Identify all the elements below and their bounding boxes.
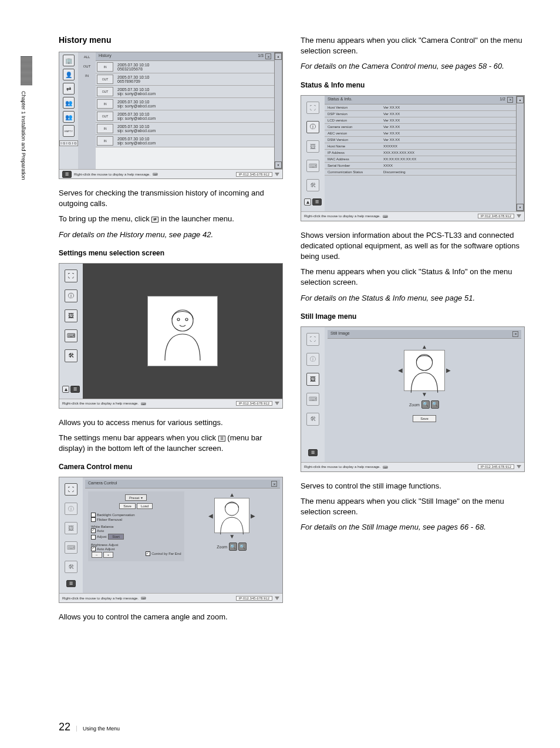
control-far-checkbox[interactable]	[146, 551, 150, 556]
brightness-minus[interactable]: −	[92, 552, 102, 558]
launcher-icon-empty[interactable]: EMPTY	[63, 125, 75, 137]
launcher-icon-3[interactable]: ⇄	[63, 83, 75, 95]
close-icon[interactable]: ✕	[507, 97, 513, 103]
keyboard-icon[interactable]: ⌨	[65, 541, 77, 554]
pan-left-icon[interactable]: ◀	[398, 367, 403, 373]
keyboard-icon[interactable]: ⌨	[306, 393, 319, 406]
camera-ref: For details on the Camera Control menu, …	[301, 61, 525, 72]
keyboard-icon: ⌨	[153, 172, 158, 176]
close-icon[interactable]: ✕	[265, 53, 271, 59]
filter-all[interactable]: ALL	[84, 55, 90, 59]
corner-icon	[517, 465, 521, 469]
camera-control-icon[interactable]: ⛶	[65, 269, 77, 282]
settings-icon[interactable]: 🛠	[65, 561, 77, 573]
menu-bar-icon[interactable]: ☰	[62, 171, 72, 178]
start-button[interactable]: Start	[108, 534, 124, 540]
pan-right-icon[interactable]: ▶	[446, 367, 451, 373]
ip-display: IP:012.345.678.912	[478, 214, 514, 218]
scrollbar[interactable]: ▲▼	[516, 96, 524, 211]
menu-bar-icon[interactable]: ☰	[70, 386, 80, 393]
ip-display: IP:012.345.678.912	[236, 401, 272, 406]
collapse-icon[interactable]: ▴	[304, 198, 311, 205]
zoom-in-icon[interactable]: 🔍	[431, 400, 439, 409]
keyboard-icon[interactable]: ⌨	[65, 329, 77, 342]
chapter-tab: Chapter 1 Installation and Preparation	[21, 56, 32, 180]
close-icon[interactable]: ✕	[271, 481, 277, 487]
page-info: 1/3	[258, 53, 264, 59]
camera-screenshot: ⛶ ⓘ 🖼 ⌨ 🛠 ☰ Camera Control✕ Preset ▾ Sav…	[59, 477, 283, 603]
scroll-down-icon: ▼	[517, 204, 524, 211]
zoom-out-icon[interactable]: 🔍	[229, 543, 237, 551]
scroll-up-icon: ▲	[517, 96, 524, 103]
status-info-icon[interactable]: ⓘ	[306, 121, 319, 133]
pan-left-icon[interactable]: ◀	[208, 513, 213, 519]
camera-control-icon[interactable]: ⛶	[306, 102, 319, 114]
still-heading: Still Image menu	[301, 312, 525, 321]
launcher-icon-4[interactable]: 👥	[63, 97, 75, 109]
launcher-icon-2[interactable]: 👤	[63, 69, 75, 80]
status-info-icon[interactable]: ⓘ	[306, 353, 319, 366]
settings-icon[interactable]: 🛠	[306, 179, 319, 191]
video-preview	[147, 296, 218, 366]
history-desc-1: Serves for checking the transmission his…	[59, 188, 283, 209]
collapse-icon[interactable]: ▴	[62, 386, 69, 393]
launcher-icon-1[interactable]: 🏢	[63, 55, 75, 66]
history-heading: History menu	[59, 35, 283, 45]
camera-control-icon[interactable]: ⛶	[306, 333, 319, 346]
close-icon[interactable]: ✕	[512, 331, 518, 337]
still-preview	[404, 350, 445, 391]
camera-control-icon[interactable]: ⛶	[65, 483, 77, 496]
still-image-icon[interactable]: 🖼	[306, 373, 319, 386]
filter-in[interactable]: IN	[85, 74, 89, 78]
still-desc-1: Serves to control the still image functi…	[301, 481, 525, 491]
help-text: Right-click the mouse to display a help …	[304, 214, 380, 218]
corner-icon	[517, 214, 521, 218]
preset-dropdown[interactable]: Preset ▾	[125, 494, 147, 501]
svg-point-1	[177, 318, 180, 321]
still-image-icon[interactable]: 🖼	[65, 309, 77, 322]
still-image-icon[interactable]: 🖼	[65, 522, 77, 534]
adjust-wb-checkbox[interactable]	[91, 535, 96, 540]
pan-down-icon[interactable]: ▼	[421, 391, 427, 397]
camera-preview	[214, 498, 249, 533]
status-info-icon[interactable]: ⓘ	[65, 503, 77, 515]
scrollbar[interactable]: ▲▼	[274, 52, 282, 169]
status-screenshot: ⛶ ⓘ 🖼 ⌨ 🛠 ▴☰ Status & Info.1/2✕ Host Ver…	[301, 95, 525, 221]
help-text: Right-click the mouse to display a help …	[62, 402, 139, 405]
brightness-plus[interactable]: +	[103, 552, 114, 558]
corner-icon	[275, 597, 279, 600]
history-inline-icon: ⇄	[151, 217, 158, 223]
keyboard-icon: ⌨	[383, 465, 388, 469]
launcher-icon-5[interactable]: 👥	[63, 111, 75, 123]
camera-menu-appears: The menu appears when you click "Camera …	[301, 35, 525, 56]
load-button[interactable]: Load	[137, 503, 153, 509]
menu-bar-icon[interactable]: ☰	[308, 449, 318, 456]
still-save-button[interactable]: Save	[413, 415, 436, 422]
still-image-icon[interactable]: 🖼	[306, 140, 319, 153]
flicker-checkbox[interactable]	[91, 517, 96, 522]
page-number: 22	[59, 721, 70, 733]
menu-bar-icon[interactable]: ☰	[312, 198, 322, 205]
footer-text: Using the Menu	[76, 726, 120, 732]
keyboard-icon[interactable]: ⌨	[306, 160, 319, 172]
zoom-in-icon[interactable]: 🔍	[238, 543, 247, 551]
menu-bar-icon[interactable]: ☰	[66, 580, 76, 587]
backlight-checkbox[interactable]	[91, 513, 96, 517]
filter-out[interactable]: OUT	[83, 65, 91, 68]
status-title: Status & Info.	[328, 97, 352, 103]
ip-display: IP:012.345.678.912	[236, 596, 272, 601]
settings-icon[interactable]: 🛠	[65, 349, 77, 362]
status-info-icon[interactable]: ⓘ	[65, 289, 77, 302]
history-ref: For details on the History menu, see pag…	[59, 230, 283, 240]
zoom-out-icon[interactable]: 🔍	[421, 400, 430, 409]
auto-brightness-checkbox[interactable]	[91, 547, 96, 551]
status-desc-2: The menu appears when you click "Status …	[301, 267, 525, 288]
corner-icon	[275, 402, 279, 405]
keyboard-icon: ⌨	[141, 402, 146, 406]
pan-down-icon[interactable]: ▼	[229, 533, 235, 540]
save-button[interactable]: Save	[119, 503, 136, 509]
pan-right-icon[interactable]: ▶	[251, 513, 255, 519]
auto-wb-checkbox[interactable]	[91, 528, 96, 533]
settings-icon[interactable]: 🛠	[306, 413, 319, 426]
page-footer: 22 Using the Menu	[59, 721, 120, 733]
